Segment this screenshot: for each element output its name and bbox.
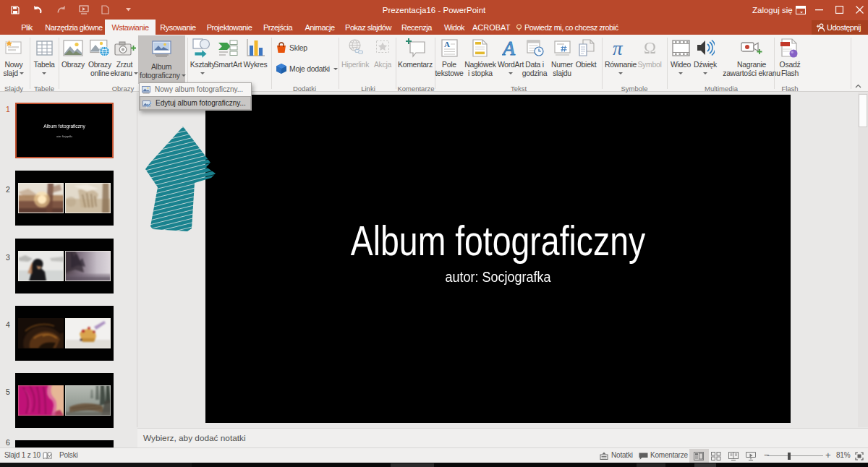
svg-text:π: π <box>613 40 624 57</box>
svg-text:A: A <box>444 40 450 48</box>
svg-text:A: A <box>502 38 516 57</box>
svg-text:Ω: Ω <box>644 40 656 56</box>
